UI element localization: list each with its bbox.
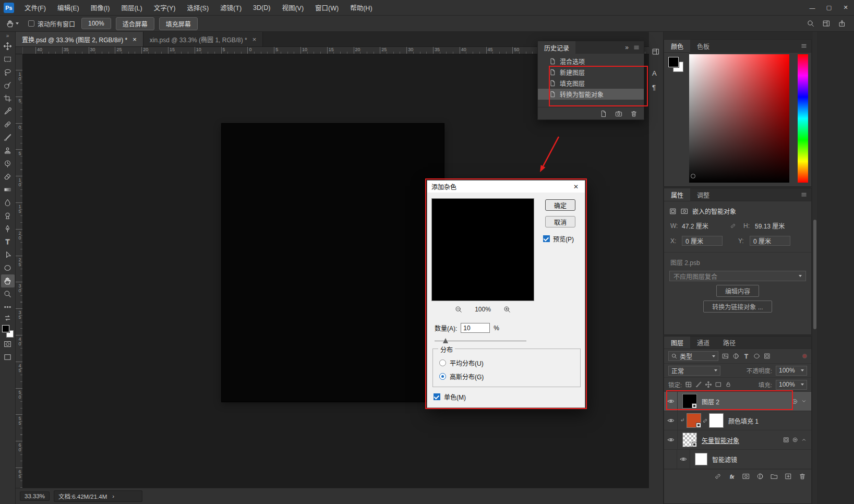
new-document-from-state-icon[interactable] — [600, 110, 607, 117]
mask-link-icon[interactable] — [702, 418, 708, 424]
slider-track[interactable] — [435, 341, 526, 341]
smart-filter-thumbnail[interactable] — [695, 453, 707, 465]
quick-mask-button[interactable] — [1, 338, 15, 351]
tool-eraser[interactable] — [1, 170, 15, 183]
dialog-close-icon[interactable]: ✕ — [567, 181, 585, 193]
delete-state-icon[interactable] — [630, 110, 638, 117]
workspace-icon[interactable] — [823, 20, 830, 27]
scrollbar-thumb[interactable] — [813, 220, 816, 329]
history-step[interactable]: 混合选项 — [538, 56, 644, 67]
expand-panels-icon[interactable] — [652, 48, 659, 55]
edit-content-button[interactable]: 编辑内容 — [716, 285, 759, 297]
menu-help[interactable]: 帮助(H) — [344, 0, 378, 16]
tab-close-icon[interactable]: × — [133, 35, 137, 43]
foreground-color-swatch[interactable] — [668, 57, 679, 67]
smart-filter-label[interactable]: 智能滤镜 — [712, 455, 737, 464]
lock-transparency-icon[interactable] — [685, 381, 692, 388]
saturation-brightness-field[interactable] — [689, 54, 789, 183]
lock-artboard-icon[interactable] — [715, 381, 721, 388]
history-step[interactable]: 新建图层 — [538, 67, 644, 78]
filter-type-layers-icon[interactable] — [743, 353, 750, 359]
visibility-toggle-icon[interactable] — [677, 450, 690, 469]
convert-to-linked-button[interactable]: 转换为链接对象 ... — [703, 301, 772, 313]
layer-filter-type-select[interactable]: 类型 — [668, 351, 718, 361]
layer-thumbnail[interactable] — [682, 394, 697, 409]
document-tab[interactable]: xin.psd @ 33.3% (椭圆 1, RGB/8) * × — [143, 32, 263, 46]
smart-filter-icon[interactable] — [791, 398, 798, 405]
tab-channels[interactable]: 通道 — [690, 337, 716, 349]
tool-dodge[interactable] — [1, 209, 15, 222]
menu-layer[interactable]: 图层(L) — [115, 0, 148, 16]
gaussian-radio[interactable] — [439, 373, 446, 380]
status-doc-info[interactable]: 文档:6.42M/21.4M › — [54, 490, 142, 502]
dock-scrollbar[interactable] — [813, 32, 817, 504]
delete-layer-icon[interactable] — [799, 473, 806, 480]
tool-history-brush[interactable] — [1, 157, 15, 170]
amount-slider[interactable] — [435, 338, 526, 344]
filter-pixel-layers-icon[interactable] — [722, 353, 729, 359]
zoom-out-icon[interactable] — [455, 306, 462, 313]
smart-filter-row[interactable]: 智能滤镜 — [664, 450, 811, 469]
opacity-field[interactable]: 100% — [776, 366, 807, 376]
chevron-up-icon[interactable] — [801, 437, 807, 443]
menu-select[interactable]: 选择(S) — [181, 0, 214, 16]
preview-checkbox[interactable] — [543, 235, 550, 242]
menu-view[interactable]: 视图(V) — [276, 0, 309, 16]
filter-smart-objects-icon[interactable] — [764, 353, 771, 359]
amount-input[interactable] — [461, 323, 490, 333]
hue-slider[interactable] — [798, 54, 808, 183]
fill-field[interactable]: 100% — [776, 380, 807, 390]
status-zoom-field[interactable]: 33.33% — [20, 491, 50, 501]
panel-menu-icon[interactable] — [801, 188, 811, 201]
tool-type[interactable] — [1, 235, 15, 248]
new-snapshot-icon[interactable] — [615, 110, 622, 117]
x-field[interactable]: 0 厘米 — [682, 236, 723, 246]
tool-crop[interactable] — [1, 92, 15, 105]
close-button[interactable]: ✕ — [837, 0, 854, 16]
lock-all-icon[interactable] — [725, 381, 731, 388]
link-dimensions-icon[interactable] — [730, 223, 743, 229]
tab-close-icon[interactable]: × — [252, 35, 257, 43]
blend-mode-select[interactable]: 正常 — [668, 366, 720, 376]
menu-3d[interactable]: 3D(D) — [247, 0, 276, 16]
layer-name[interactable]: 图层 2 — [702, 397, 719, 406]
tool-blur[interactable] — [1, 196, 15, 209]
layer-thumbnail[interactable] — [682, 433, 697, 447]
panel-menu-icon[interactable] — [801, 40, 811, 52]
tool-healing-brush[interactable] — [1, 118, 15, 131]
visibility-toggle-icon[interactable] — [664, 392, 678, 411]
layer-row[interactable]: 矢量智能对象 — [664, 430, 811, 450]
slider-thumb[interactable] — [443, 338, 448, 343]
menu-type[interactable]: 文字(Y) — [148, 0, 182, 16]
tool-clone-stamp[interactable] — [1, 144, 15, 157]
document-tab-active[interactable]: 置换.psd @ 33.3% (图层 2, RGB/8#) * × — [16, 32, 143, 46]
tool-zoom[interactable] — [1, 287, 15, 301]
ok-button[interactable]: 确定 — [545, 199, 575, 211]
panel-collapse-icon[interactable]: » — [625, 44, 629, 51]
visibility-toggle-icon[interactable] — [664, 411, 678, 430]
uniform-radio[interactable] — [439, 359, 446, 366]
layer-name[interactable]: 矢量智能对象 — [702, 436, 739, 445]
foreground-background-colors[interactable] — [2, 325, 14, 338]
layer-effects-icon[interactable] — [728, 473, 736, 480]
fit-screen-button[interactable]: 适合屏幕 — [116, 17, 154, 30]
menu-image[interactable]: 图像(I) — [85, 0, 116, 16]
tool-gradient[interactable] — [1, 183, 15, 196]
tool-pen[interactable] — [1, 222, 15, 235]
active-tool-icon[interactable] — [0, 20, 23, 28]
share-icon[interactable] — [838, 20, 846, 27]
tool-more-icon[interactable] — [1, 301, 15, 314]
zoom-in-icon[interactable] — [503, 306, 511, 313]
search-icon[interactable] — [807, 20, 814, 27]
tab-adjustments[interactable]: 调整 — [690, 188, 716, 201]
layer-row[interactable]: 颜色填充 1 — [664, 411, 811, 430]
tool-object-selection[interactable] — [1, 79, 15, 92]
tab-color[interactable]: 颜色 — [664, 40, 690, 52]
foreground-color-swatch[interactable] — [2, 325, 9, 332]
monochromatic-checkbox[interactable] — [434, 393, 440, 400]
zoom-100-button[interactable]: 100% — [81, 18, 111, 29]
tab-paths[interactable]: 路径 — [716, 337, 742, 349]
tool-lasso[interactable] — [1, 66, 15, 79]
layer-comp-select[interactable]: 不应用图层复合 — [669, 271, 806, 281]
history-panel-tab[interactable]: 历史记录 — [538, 41, 575, 54]
